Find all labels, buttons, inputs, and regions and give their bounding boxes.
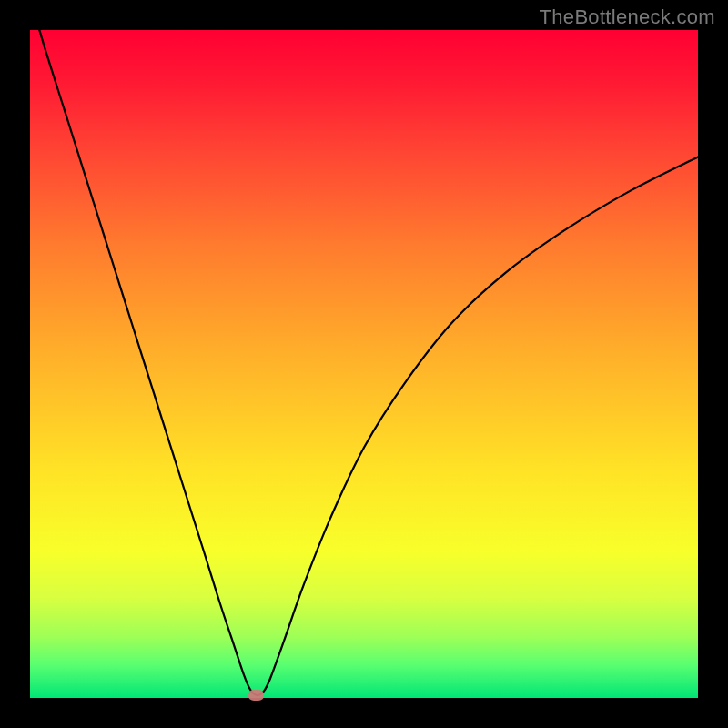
watermark-text: TheBottleneck.com <box>540 5 715 29</box>
minimum-marker <box>248 690 264 701</box>
chart-frame: TheBottleneck.com <box>0 0 728 728</box>
bottleneck-curve <box>30 0 698 695</box>
curve-layer <box>30 30 698 698</box>
